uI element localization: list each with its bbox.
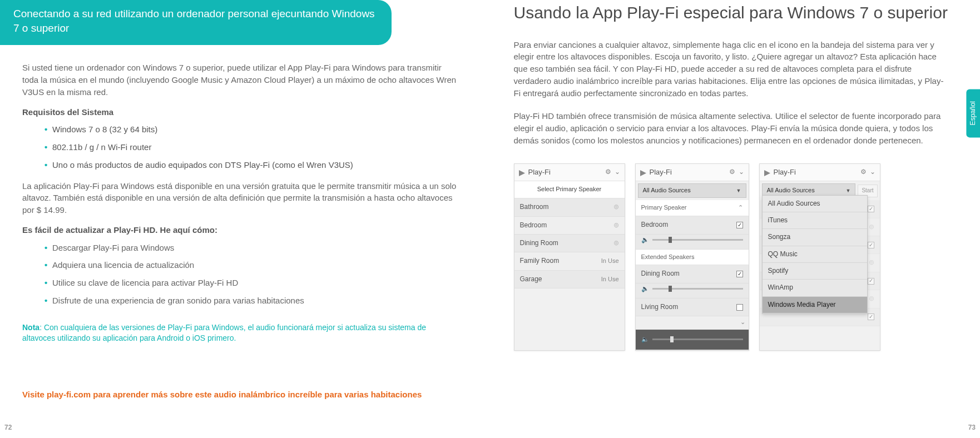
visit-link-text: Visite play-fi.com para aprender más sob… xyxy=(22,389,458,400)
section-heading-right: Usando la App Play-Fi especial para Wind… xyxy=(514,2,950,23)
minimize-icon[interactable]: ⌄ xyxy=(615,167,620,177)
dropdown-value: All Audio Sources xyxy=(643,186,691,195)
app-title: Play-Fi xyxy=(650,167,672,178)
menu-item[interactable]: Songza xyxy=(763,229,867,246)
gear-icon[interactable]: ⚙ xyxy=(860,167,867,177)
speaker-row[interactable]: Garage In Use xyxy=(514,271,625,288)
minimize-icon[interactable]: ⌄ xyxy=(870,167,875,177)
app-titlebar: Play-Fi ⚙ ⌄ xyxy=(514,164,625,182)
master-volume-slider[interactable] xyxy=(652,339,743,340)
page-left: Conectando a su red utilizando un ordena… xyxy=(0,0,486,438)
chevron-down-icon[interactable]: ⌄ xyxy=(740,318,745,325)
volume-slider[interactable] xyxy=(652,239,743,241)
speaker-volume-icon: 🔈 xyxy=(641,285,649,293)
speaker-row[interactable]: Bedroom ⊚ xyxy=(514,217,625,235)
language-tab[interactable]: Español xyxy=(966,89,980,137)
speaker-name: Dining Room xyxy=(641,269,680,278)
volume-slider[interactable] xyxy=(652,288,743,290)
list-item: 802.11b / g / n Wi-Fi router xyxy=(44,141,458,153)
chevron-down-icon: ▼ xyxy=(845,187,850,195)
speaker-name: Family Room xyxy=(520,256,560,266)
master-volume-row: 🔈 xyxy=(636,330,749,350)
page-right: Usando la App Play-Fi especial para Wind… xyxy=(486,0,981,438)
page-number-left: 72 xyxy=(4,423,12,432)
playfi-logo-icon xyxy=(764,169,770,175)
extended-speaker-row[interactable]: Dining Room ✓ xyxy=(636,265,749,283)
page-number-right: 73 xyxy=(968,423,976,432)
app-window-source-menu: Play-Fi ⚙ ⌄ All Audio Sources ▼ Start Al… xyxy=(759,163,880,351)
app-titlebar: Play-Fi ⚙ ⌄ xyxy=(760,164,880,182)
app-window-speaker-groups: Play-Fi ⚙ ⌄ All Audio Sources ▼ Primary … xyxy=(635,163,749,351)
list-item: Utilice su clave de licencia para activa… xyxy=(44,277,458,289)
app-title: Play-Fi xyxy=(774,167,796,178)
app-screenshots-row: Play-Fi ⚙ ⌄ Select Primary Speaker Bathr… xyxy=(514,163,950,351)
checkbox-unchecked-icon[interactable] xyxy=(736,304,743,311)
app-title: Play-Fi xyxy=(528,167,551,178)
wifi-icon: ⊚ xyxy=(613,202,619,212)
checkbox-checked-icon[interactable]: ✓ xyxy=(736,222,743,228)
gear-icon[interactable]: ⚙ xyxy=(605,167,611,177)
list-item: Windows 7 o 8 (32 y 64 bits) xyxy=(44,123,458,136)
primary-speaker-row[interactable]: Bedroom ✓ xyxy=(636,216,749,234)
wifi-icon: ⊚ xyxy=(613,221,619,230)
playfi-logo-icon xyxy=(640,169,646,175)
section-heading-left: Conectando a su red utilizando un ordena… xyxy=(0,0,392,45)
extended-speakers-section-label: Extended Speakers xyxy=(636,250,749,266)
svg-marker-2 xyxy=(764,170,770,176)
section-label-text: Primary Speaker xyxy=(641,204,687,211)
dropdown-value: All Audio Sources xyxy=(767,186,815,195)
scroll-down-row: ⌄ xyxy=(636,316,749,329)
checkbox-checked-icon[interactable]: ✓ xyxy=(736,271,743,277)
speaker-volume-icon: 🔈 xyxy=(641,236,649,245)
volume-row: 🔈 xyxy=(636,283,749,298)
note-label: Nota xyxy=(22,323,39,332)
volume-row: 🔈 xyxy=(636,235,749,250)
playfi-logo-icon xyxy=(519,169,525,175)
menu-item-selected[interactable]: Windows Media Player xyxy=(763,297,867,313)
note-paragraph: Nota: Con cualquiera de las versiones de… xyxy=(22,322,458,344)
speaker-name: Bathroom xyxy=(520,202,549,212)
right-paragraph-1: Para enviar canciones a cualquier altavo… xyxy=(514,39,950,99)
chevron-down-icon: ▼ xyxy=(736,187,741,195)
upgrade-heading: Es fácil de actualizar a Play-Fi HD. He … xyxy=(22,224,458,236)
speaker-row[interactable]: Family Room In Use xyxy=(514,252,625,270)
primary-speaker-section-label: Primary Speaker ⌃ xyxy=(636,200,749,216)
menu-item[interactable]: QQ Music xyxy=(763,246,867,263)
requirements-list: Windows 7 o 8 (32 y 64 bits) 802.11b / g… xyxy=(44,123,458,171)
right-paragraph-2: Play-Fi HD también ofrece transmisión de… xyxy=(514,110,950,146)
gear-icon[interactable]: ⚙ xyxy=(729,167,735,177)
app-titlebar: Play-Fi ⚙ ⌄ xyxy=(636,164,749,182)
speaker-status: In Use xyxy=(601,275,619,284)
speaker-row[interactable]: Dining Room ⊚ xyxy=(514,235,625,252)
upgrade-steps-list: Descargar Play-Fi para Windows Adquiera … xyxy=(44,242,458,307)
audio-source-menu: All Audio Sources iTunes Songza QQ Music… xyxy=(762,195,868,315)
free-version-paragraph: La aplicación Play-Fi para Windows está … xyxy=(22,180,458,216)
list-item: Uno o más productos de audio equipados c… xyxy=(44,159,458,171)
menu-item[interactable]: WinAmp xyxy=(763,280,867,296)
speaker-volume-icon: 🔈 xyxy=(641,335,649,344)
intro-paragraph: Si usted tiene un ordenador con Windows … xyxy=(22,62,458,98)
extended-speaker-row[interactable]: Living Room xyxy=(636,298,749,316)
menu-item[interactable]: iTunes xyxy=(763,212,867,229)
speaker-status: In Use xyxy=(601,257,619,266)
speaker-name: Garage xyxy=(520,275,542,284)
menu-item[interactable]: Spotify xyxy=(763,263,867,280)
speaker-name: Bedroom xyxy=(520,221,547,230)
requirements-heading: Requisitos del Sistema xyxy=(22,106,458,118)
svg-marker-0 xyxy=(519,170,525,176)
menu-item[interactable]: All Audio Sources xyxy=(763,196,867,212)
speaker-name: Living Room xyxy=(641,302,679,312)
speaker-name: Bedroom xyxy=(641,220,669,230)
audio-source-dropdown[interactable]: All Audio Sources ▼ xyxy=(638,183,746,198)
select-primary-speaker-label: Select Primary Speaker xyxy=(514,181,625,198)
svg-marker-1 xyxy=(640,170,646,176)
speaker-row[interactable]: Bathroom ⊚ xyxy=(514,198,625,216)
app-window-select-speaker: Play-Fi ⚙ ⌄ Select Primary Speaker Bathr… xyxy=(514,163,625,351)
collapse-icon[interactable]: ⌃ xyxy=(738,203,743,212)
speaker-name: Dining Room xyxy=(520,238,558,248)
list-item: Adquiera una licencia de actualización xyxy=(44,259,458,271)
minimize-icon[interactable]: ⌄ xyxy=(739,167,744,177)
list-item: Disfrute de una experiencia de gran soni… xyxy=(44,295,458,307)
wifi-icon: ⊚ xyxy=(613,238,619,248)
note-text: : Con cualquiera de las versiones de Pla… xyxy=(22,323,426,343)
